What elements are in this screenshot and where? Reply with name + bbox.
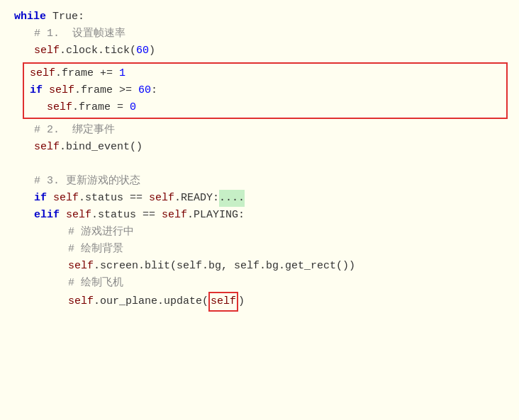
line-comment6: # 绘制飞机 [11,275,508,292]
code-editor: while True: # 1. 设置帧速率 self.clock.tick(6… [0,6,519,314]
line-if-frame: if self.frame >= 60: [27,82,503,99]
line-bind-event: self.bind_event() [11,139,508,156]
line-while: while True: [11,8,508,25]
line-update: self.our_plane.update(self) [11,292,508,312]
line-comment4: # 游戏进行中 [11,224,508,241]
line-blank [11,156,508,173]
keyword-while: while [14,8,46,25]
line-comment2: # 2. 绑定事件 [11,122,508,139]
comment-1: # 1. 设置帧速率 [34,25,125,42]
self-inline-boxed: self [208,292,238,312]
comment-5: # 绘制背景 [68,241,123,258]
line-clock-tick: self.clock.tick(60) [11,42,508,59]
line-comment5: # 绘制背景 [11,241,508,258]
highlighted-block: self.frame += 1 if self.frame >= 60: sel… [23,62,508,119]
line-elif-playing: elif self.status == self.PLAYING: [11,207,508,224]
line-frame-inc: self.frame += 1 [27,65,503,82]
line-comment1: # 1. 设置帧速率 [11,25,508,42]
line-comment3: # 3. 更新游戏的状态 [11,173,508,190]
line-blit: self.screen.blit(self.bg, self.bg.get_re… [11,258,508,275]
comment-4: # 游戏进行中 [68,224,134,241]
line-frame-reset: self.frame = 0 [27,99,503,116]
line-if-ready: if self.status == self.READY:.... [11,190,508,207]
ready-ellipsis: .... [219,190,245,207]
comment-2: # 2. 绑定事件 [34,122,115,139]
comment-3: # 3. 更新游戏的状态 [34,173,140,190]
comment-6: # 绘制飞机 [68,275,123,292]
